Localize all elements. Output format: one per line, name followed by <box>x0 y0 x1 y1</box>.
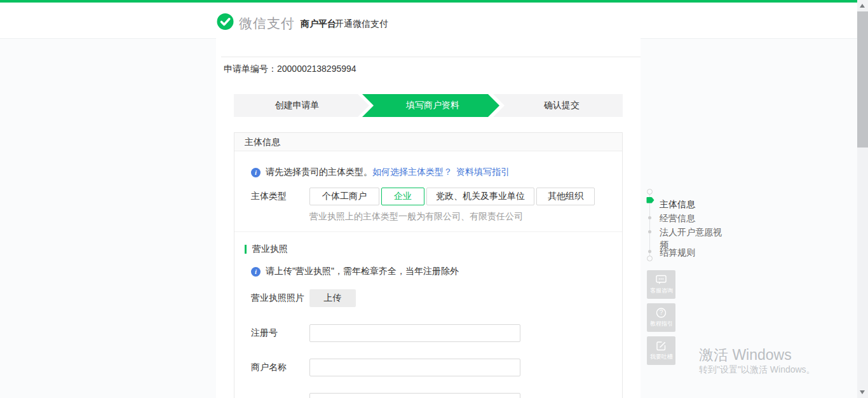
application-number: 申请单编号：2000002138295994 <box>224 64 356 75</box>
subject-type-options: 个体工商户 企业 党政、机关及事业单位 其他组织 <box>309 188 595 205</box>
option-enterprise[interactable]: 企业 <box>381 188 424 205</box>
scrollbar-thumb[interactable] <box>857 11 868 148</box>
page-anchor-nav: 主体信息 经营信息 法人开户意愿视频 结算规则 <box>646 189 728 262</box>
svg-text:?: ? <box>660 309 663 316</box>
application-number-label: 申请单编号： <box>224 64 277 74</box>
step-confirm-submit: 确认提交 <box>493 94 623 117</box>
vertical-scrollbar[interactable] <box>857 0 868 398</box>
subject-type-label: 主体类型 <box>251 191 309 202</box>
scroll-down-arrow[interactable] <box>860 390 865 394</box>
section-title: 主体信息 <box>234 133 622 151</box>
registration-number-label: 注册号 <box>251 327 309 339</box>
business-license-title: 营业执照 <box>245 244 288 255</box>
feedback-button[interactable]: 我要吐槽 <box>647 336 675 365</box>
nav-dot <box>648 216 651 219</box>
license-photo-label: 营业执照照片 <box>251 292 309 304</box>
license-upload-notice: i 请上传"营业执照"，需年检章齐全，当年注册除外 <box>251 266 459 277</box>
next-field-row <box>251 393 520 398</box>
green-bar-marker <box>245 245 247 254</box>
option-individual-business[interactable]: 个体工商户 <box>309 188 379 205</box>
merchant-name-label: 商户名称 <box>251 362 309 373</box>
option-other-organization[interactable]: 其他组织 <box>536 188 595 205</box>
license-notice-text: 请上传"营业执照"，需年检章齐全，当年注册除外 <box>266 266 459 277</box>
header-subtitle: 开通微信支付 <box>335 18 388 30</box>
tutorial-guide-button[interactable]: ? 教程指引 <box>647 303 675 332</box>
subject-type-row: 主体类型 个体工商户 企业 党政、机关及事业单位 其他组织 <box>251 188 595 205</box>
customer-service-button[interactable]: 客服咨询 <box>647 270 675 299</box>
step-create-application: 创建申请单 <box>234 94 369 117</box>
windows-activation-hint: 转到"设置"以激活 Windows。 <box>699 364 815 376</box>
option-government-institution[interactable]: 党政、机关及事业单位 <box>426 188 534 205</box>
header-divider: | <box>290 17 293 28</box>
subject-type-hint: 营业执照上的主体类型一般为有限公司、有限责任公司 <box>309 211 523 223</box>
chat-icon <box>655 274 667 285</box>
main-card: 申请单编号：2000002138295994 创建申请单 填写商户资料 确认提交… <box>216 38 641 398</box>
nav-circle-top <box>647 189 653 195</box>
merchant-portal-link[interactable]: 商户平台 <box>301 18 336 30</box>
question-icon: ? <box>655 307 667 319</box>
subject-type-notice: i 请先选择贵司的主体类型。 如何选择主体类型？ 资料填写指引 <box>251 167 510 178</box>
nav-item-settlement-rules[interactable]: 结算规则 <box>660 246 695 259</box>
wechat-pay-logo-icon <box>216 13 234 31</box>
registration-number-row: 注册号 <box>251 324 520 342</box>
license-photo-row: 营业执照照片 上传 <box>251 289 356 307</box>
info-icon: i <box>251 267 261 277</box>
edit-icon <box>655 340 667 352</box>
nav-item-subject-info[interactable]: 主体信息 <box>660 198 695 210</box>
windows-activation-watermark: 激活 Windows <box>699 345 792 365</box>
section-divider <box>234 231 622 232</box>
business-license-title-text: 营业执照 <box>252 244 288 255</box>
how-to-choose-link[interactable]: 如何选择主体类型？ <box>372 167 452 178</box>
subject-info-section: 主体信息 i 请先选择贵司的主体类型。 如何选择主体类型？ 资料填写指引 主体类… <box>234 132 623 398</box>
step-fill-merchant-info: 填写商户资料 <box>362 94 499 117</box>
nav-dot <box>648 250 651 253</box>
step-progress-bar: 创建申请单 填写商户资料 确认提交 <box>234 94 623 117</box>
nav-item-business-info[interactable]: 经营信息 <box>660 212 695 224</box>
brand-title: 微信支付 <box>239 15 295 32</box>
active-section-marker-icon <box>646 196 654 204</box>
next-field-input[interactable] <box>309 393 520 398</box>
upload-button[interactable]: 上传 <box>309 289 356 307</box>
notice-text: 请先选择贵司的主体类型。 <box>266 167 372 178</box>
merchant-name-input[interactable] <box>309 359 520 376</box>
scroll-up-arrow[interactable] <box>860 4 865 8</box>
order-top-divider <box>221 57 641 57</box>
customer-service-label: 客服咨询 <box>650 287 673 295</box>
feedback-label: 我要吐槽 <box>650 353 673 361</box>
nav-dot <box>648 230 651 233</box>
tutorial-guide-label: 教程指引 <box>650 320 673 328</box>
application-number-value: 2000002138295994 <box>277 64 356 74</box>
registration-number-input[interactable] <box>309 324 520 342</box>
nav-circle-bottom <box>647 256 653 261</box>
info-icon: i <box>251 168 261 177</box>
page-header: 微信支付 | 商户平台 开通微信支付 <box>0 3 857 39</box>
filling-guide-link[interactable]: 资料填写指引 <box>456 167 510 178</box>
merchant-name-row: 商户名称 <box>251 359 520 376</box>
